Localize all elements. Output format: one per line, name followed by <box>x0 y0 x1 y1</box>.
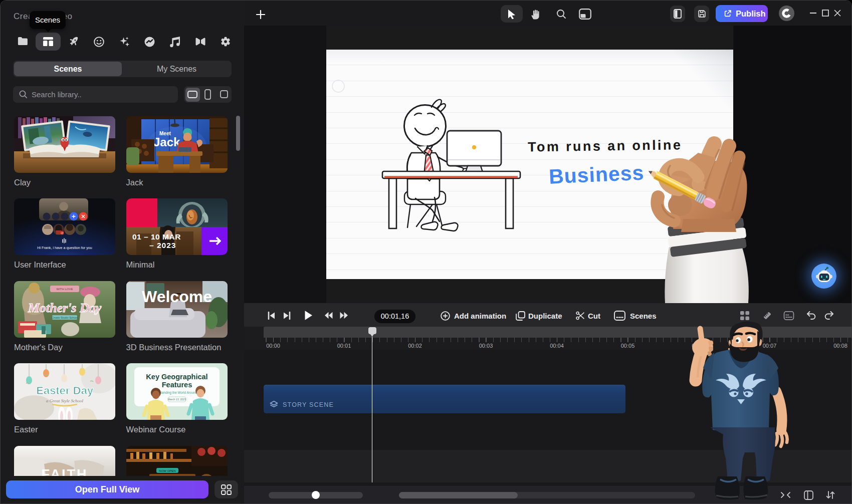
svg-text:Key Geographical: Key Geographical <box>146 373 207 381</box>
svg-text:Create Studio School: Create Studio School <box>52 316 78 319</box>
svg-text:Hi Frank, i have a question fo: Hi Frank, i have a question for you <box>37 245 92 250</box>
svg-text:Features: Features <box>161 381 191 389</box>
svg-text:Jack: Jack <box>153 135 180 149</box>
svg-text:NOW OPEN: NOW OPEN <box>159 469 175 472</box>
svg-text:01 – 10 MAR: 01 – 10 MAR <box>132 232 181 241</box>
svg-text:Mother's Day: Mother's Day <box>28 301 102 315</box>
svg-text:Welcome: Welcome <box>142 288 212 306</box>
svg-text:a Great Style School: a Great Style School <box>46 398 83 403</box>
svg-text:March 13, 2023: March 13, 2023 <box>167 398 185 401</box>
svg-text:– 2023: – 2023 <box>149 241 176 249</box>
svg-text:Easter Day: Easter Day <box>36 384 94 397</box>
svg-text:WITH LOVE: WITH LOVE <box>56 288 73 291</box>
